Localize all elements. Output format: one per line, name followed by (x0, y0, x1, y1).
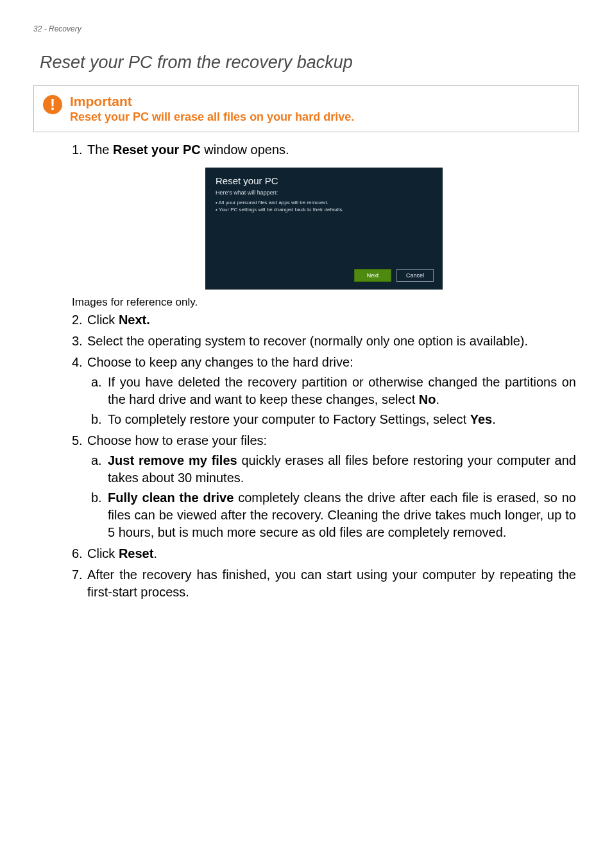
step-4a: a. If you have deleted the recovery part… (91, 374, 576, 408)
step-5: 5. Choose how to erase your files: a. Ju… (72, 432, 576, 541)
step-1: 1. The Reset your PC window opens. (72, 141, 576, 159)
step-6: 6. Click Reset. (72, 545, 576, 562)
important-body: Reset your PC will erase all files on yo… (70, 110, 354, 124)
step-4: 4. Choose to keep any changes to the har… (72, 354, 576, 428)
page-title: Reset your PC from the recovery backup (40, 53, 579, 73)
important-icon: ! (43, 95, 62, 114)
step-2: 2. Click Next. (72, 311, 576, 329)
screenshot-bullets: • All your personal files and apps will … (205, 199, 443, 213)
screenshot-reset-pc: Reset your PC Here's what will happen: •… (205, 168, 443, 290)
important-box: ! Important Reset your PC will erase all… (33, 85, 579, 132)
step-4b: b. To completely restore your computer t… (91, 411, 576, 428)
screenshot-bullet-1: • All your personal files and apps will … (216, 199, 432, 206)
cancel-button[interactable]: Cancel (396, 269, 434, 282)
step-5b: b. Fully clean the drive completely clea… (91, 489, 576, 541)
screenshot-bullet-2: • Your PC settings will be changed back … (216, 206, 432, 213)
page-number: 32 (33, 24, 42, 33)
body-content: 1. The Reset your PC window opens. Reset… (72, 141, 576, 601)
step-5a: a. Just remove my files quickly erases a… (91, 452, 576, 487)
screenshot-subtitle: Here's what will happen: (205, 187, 443, 199)
screenshot-title: Reset your PC (205, 168, 443, 187)
important-heading: Important (70, 94, 354, 109)
important-text: Important Reset your PC will erase all f… (70, 94, 354, 124)
page: 32 - Recovery Reset your PC from the rec… (0, 0, 612, 868)
step-3: 3. Select the operating system to recove… (72, 333, 576, 350)
next-button[interactable]: Next (354, 269, 391, 282)
image-caption: Images for reference only. (72, 296, 576, 309)
page-header: 32 - Recovery (33, 24, 579, 33)
header-section: Recovery (49, 24, 81, 33)
step-7: 7. After the recovery has finished, you … (72, 566, 576, 601)
